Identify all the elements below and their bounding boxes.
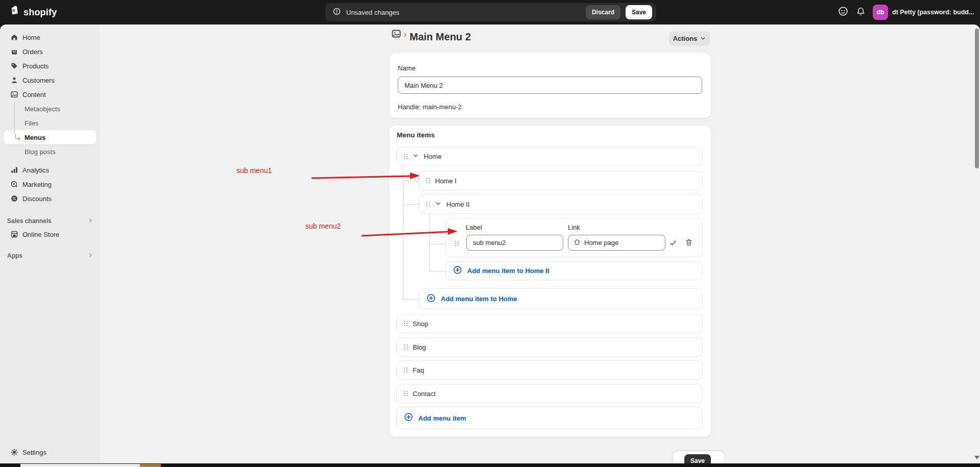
page-title: Main Menu 2 [410, 31, 471, 43]
sidebar-item-menus[interactable]: Menus [4, 130, 96, 144]
notifications-bell-icon[interactable] [856, 7, 866, 18]
assistant-chat-icon[interactable] [838, 6, 849, 19]
sidebar-tree-line [14, 102, 15, 134]
person-icon [10, 76, 18, 84]
drag-handle-icon[interactable] [426, 202, 430, 207]
orders-icon [10, 47, 18, 56]
sidebar-item-products[interactable]: Products [4, 59, 96, 73]
drag-handle-icon[interactable] [426, 178, 430, 183]
add-menu-item[interactable]: Add menu item [396, 407, 703, 429]
add-menu-item-to-home[interactable]: Add menu item to Home [419, 288, 703, 309]
taskbar-light-segment [20, 464, 140, 467]
sidebar-item-settings[interactable]: Settings [4, 445, 96, 459]
link-field-title: Link [568, 224, 580, 231]
home-icon [10, 33, 18, 41]
sidebar-item-content[interactable]: Content [4, 87, 96, 102]
discount-icon [10, 194, 18, 203]
user-menu[interactable]: db dt Petty (password: budd... [873, 5, 974, 20]
avatar: db [873, 5, 888, 20]
sidebar-item-files[interactable]: Files [4, 116, 96, 130]
chevron-down-icon [700, 36, 706, 41]
menu-row-home[interactable]: Home [396, 147, 703, 166]
plus-circle-icon [453, 265, 462, 277]
handle-text: Handle: main-menu-2 [398, 103, 462, 111]
scrollbar-down-arrow[interactable] [974, 456, 979, 459]
tree-arrow-icon [14, 134, 21, 141]
tree-connector [429, 244, 445, 244]
name-field-label: Name [398, 64, 416, 72]
shopify-wordmark: shopify [23, 7, 57, 18]
discard-button[interactable]: Discard [586, 5, 620, 19]
tree-connector [403, 204, 419, 205]
sidebar-item-online-store[interactable]: Online Store [4, 227, 96, 241]
actions-button[interactable]: Actions [669, 31, 710, 45]
menu-row-faq[interactable]: Faq [396, 360, 703, 380]
confirm-check-icon[interactable] [669, 239, 677, 249]
plus-circle-icon [404, 412, 413, 424]
menu-row-shop[interactable]: Shop [396, 314, 703, 333]
user-name: dt Petty (password: budd... [892, 9, 974, 16]
storefront-icon [10, 230, 18, 238]
collapse-chevron-icon[interactable] [413, 153, 419, 160]
shopify-logo[interactable]: S shopify [9, 0, 57, 24]
gear-icon [10, 448, 18, 456]
sidebar-item-orders[interactable]: Orders [4, 44, 96, 59]
media-icon [10, 90, 18, 99]
apps-header[interactable]: Apps [4, 250, 96, 262]
menu-row-home1[interactable]: Home I [419, 171, 703, 190]
drag-handle-icon[interactable] [404, 345, 408, 350]
sidebar-item-home[interactable]: Home [4, 30, 96, 44]
sidebar-item-discounts[interactable]: Discounts [4, 191, 96, 206]
label-field-title: Label [466, 224, 482, 231]
topbar-right-cluster: db dt Petty (password: budd... [838, 0, 974, 24]
tree-connector [429, 271, 445, 272]
delete-trash-icon[interactable] [685, 238, 693, 249]
tag-icon [10, 62, 18, 70]
breadcrumb-separator: › [403, 29, 407, 40]
menu-items-card: Menu items Home Home I Home II Lab [389, 126, 711, 437]
menu-item-edit-panel: Label Link Home page [445, 218, 703, 257]
chevron-right-icon [88, 217, 93, 225]
annotation-sub-menu1: sub menu1 [236, 166, 272, 175]
unsaved-changes-bar: Unsaved changes Discard Save [325, 3, 656, 21]
sidebar-item-metaobjects[interactable]: Metaobjects [4, 102, 96, 116]
topbar: S shopify Unsaved changes Discard Save d… [0, 0, 980, 24]
sidebar-item-blog-posts[interactable]: Blog posts [4, 144, 96, 159]
sidebar-item-customers[interactable]: Customers [4, 73, 96, 87]
add-menu-item-to-home2[interactable]: Add menu item to Home II [445, 261, 703, 280]
taskbar-orange-segment [140, 464, 161, 467]
sidebar-item-marketing[interactable]: Marketing [4, 177, 96, 191]
name-input[interactable] [398, 77, 702, 94]
drag-handle-icon[interactable] [404, 321, 408, 326]
home-page-icon [573, 238, 581, 247]
sidebar: Home Orders Products Customers Content M… [0, 24, 100, 467]
svg-text:S: S [12, 8, 15, 13]
bottom-taskbar-strip [0, 463, 980, 467]
scrollbar-thumb[interactable] [975, 29, 979, 168]
menu-row-blog[interactable]: Blog [396, 337, 703, 357]
label-input[interactable] [466, 235, 563, 251]
save-button-top[interactable]: Save [626, 5, 652, 19]
breadcrumb-menus-icon[interactable] [391, 29, 401, 41]
tree-connector [403, 299, 419, 300]
shopify-bag-icon: S [9, 5, 20, 19]
shopify-admin-window: S shopify Unsaved changes Discard Save d… [0, 0, 980, 467]
menu-row-contact[interactable]: Contact [396, 384, 703, 403]
name-card: Name Handle: main-menu-2 [389, 53, 711, 118]
drag-handle-icon[interactable] [404, 391, 408, 396]
target-icon [10, 180, 18, 188]
tree-connector [403, 181, 419, 181]
plus-circle-icon [426, 293, 436, 305]
collapse-chevron-icon[interactable] [435, 201, 441, 208]
drag-handle-icon[interactable] [404, 154, 408, 159]
tree-connector [403, 166, 403, 300]
sales-channels-header[interactable]: Sales channels [4, 215, 96, 227]
sidebar-item-analytics[interactable]: Analytics [4, 163, 96, 177]
menu-row-home2[interactable]: Home II [419, 194, 703, 214]
link-input[interactable]: Home page [568, 235, 665, 251]
drag-handle-icon[interactable] [404, 367, 408, 373]
unsaved-changes-text: Unsaved changes [346, 9, 399, 16]
tree-connector [429, 214, 430, 271]
bar-chart-icon [10, 166, 18, 174]
menu-items-title: Menu items [397, 131, 435, 139]
